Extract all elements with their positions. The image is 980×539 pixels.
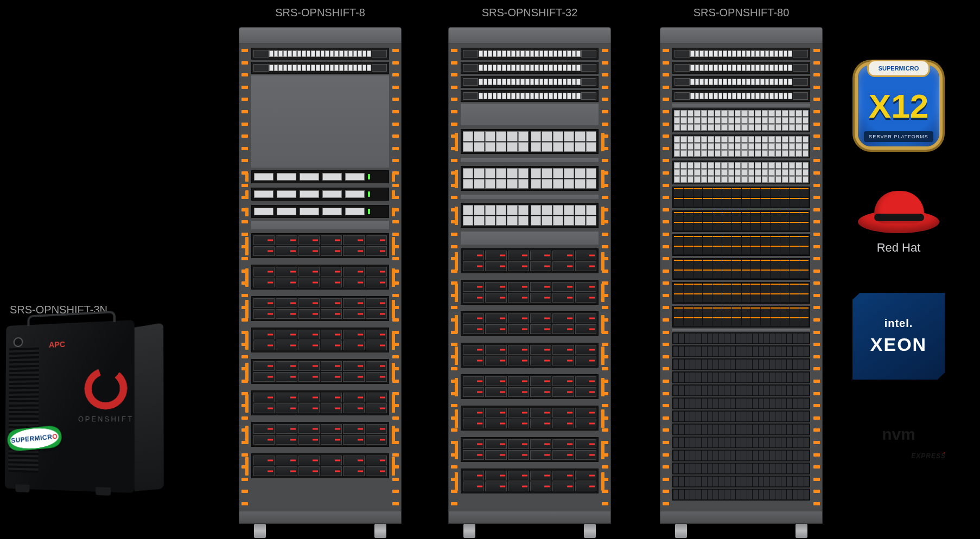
nvme-storage — [672, 210, 810, 232]
worker-node — [461, 248, 599, 273]
compute-blade — [672, 463, 810, 474]
apc-logo: APC — [49, 340, 65, 349]
blank-panel — [672, 103, 810, 107]
nvm-text: nvm — [882, 425, 915, 444]
rack-c — [660, 27, 823, 523]
worker-node — [251, 359, 389, 384]
compute-blade — [672, 345, 810, 357]
storage-twin-node — [461, 166, 599, 191]
rack-c-body — [660, 43, 823, 511]
network-switch — [461, 48, 599, 60]
worker-node — [461, 343, 599, 368]
network-switch — [672, 90, 810, 102]
nvme-storage — [672, 234, 810, 256]
compute-blade — [672, 476, 810, 487]
xeon-text: XEON — [870, 334, 927, 355]
blank-panel — [461, 157, 599, 163]
nvme-storage — [672, 187, 810, 208]
dense-storage — [672, 134, 810, 158]
compute-blade — [672, 358, 810, 370]
worker-node — [461, 311, 599, 336]
network-switch — [672, 48, 810, 60]
worker-node — [251, 328, 389, 352]
dense-storage — [672, 108, 810, 132]
control-node — [251, 170, 389, 183]
rack-b-body — [448, 43, 611, 511]
worker-node — [251, 453, 389, 478]
intel-xeon-badge: intel. XEON — [852, 293, 945, 380]
label-rack-a: SRS-OPNSHIFT-8 — [250, 7, 391, 19]
network-switch — [461, 90, 599, 102]
redhat-logo: Red Hat — [847, 184, 950, 255]
network-switch — [672, 76, 810, 88]
blank-panel — [461, 103, 599, 126]
network-switch — [672, 62, 810, 74]
intel-text: intel. — [884, 317, 913, 330]
worker-node — [461, 437, 599, 462]
network-switch — [251, 62, 389, 74]
label-rack-b: SRS-OPNSHIFT-32 — [459, 7, 600, 19]
compute-blade — [672, 424, 810, 435]
blank-panel — [251, 75, 389, 168]
worker-node — [251, 296, 389, 321]
x12-text: X12 — [869, 87, 928, 125]
partner-logos: SUPERMICRO X12 SERVER PLATFORMS Red Hat … — [839, 65, 958, 461]
compute-blade — [672, 410, 810, 422]
dense-storage — [672, 161, 810, 184]
worker-node — [461, 280, 599, 305]
rack-a — [239, 27, 402, 523]
nvme-storage — [672, 306, 810, 328]
label-rack-c: SRS-OPNSHIFT-80 — [671, 7, 812, 19]
worker-node — [461, 406, 599, 431]
worker-node — [251, 233, 389, 258]
worker-node — [251, 422, 389, 447]
compute-blade — [672, 332, 810, 344]
compute-blade — [672, 489, 810, 501]
blank-panel — [672, 329, 810, 332]
rack-a-body — [239, 43, 402, 511]
compute-blade — [672, 384, 810, 396]
control-node — [251, 188, 389, 201]
compute-blade — [672, 397, 810, 409]
compute-blade — [672, 450, 810, 461]
supermicro-pill: SUPERMICRO — [867, 60, 930, 77]
nvme-storage — [672, 282, 810, 304]
minirack: APC OPENSHIFT SUPERMICRO — [5, 318, 171, 518]
network-switch — [461, 62, 599, 74]
storage-twin-node — [461, 129, 599, 154]
compute-blade — [672, 371, 810, 383]
blank-panel — [251, 220, 389, 230]
network-switch — [461, 76, 599, 88]
blank-panel — [461, 194, 599, 200]
nvme-storage — [672, 258, 810, 280]
power-button-icon — [14, 337, 23, 348]
rack-b — [448, 27, 611, 523]
worker-node — [251, 265, 389, 290]
express-text: EXPRESS — [911, 452, 946, 460]
worker-node — [251, 390, 389, 415]
nvme-logo: nvm EXPRESS — [847, 418, 950, 461]
blank-panel — [461, 231, 599, 245]
redhat-text: Red Hat — [877, 241, 921, 255]
supermicro-x12-badge: SUPERMICRO X12 SERVER PLATFORMS — [858, 65, 939, 146]
compute-blade — [672, 437, 810, 448]
x12-subtitle: SERVER PLATFORMS — [864, 131, 933, 142]
redhat-hat-icon — [858, 184, 939, 233]
worker-node — [461, 469, 599, 493]
network-switch — [251, 48, 389, 60]
control-node — [251, 205, 389, 218]
openshift-logo: OPENSHIFT — [68, 357, 144, 433]
worker-node — [461, 374, 599, 399]
storage-twin-node — [461, 203, 599, 228]
